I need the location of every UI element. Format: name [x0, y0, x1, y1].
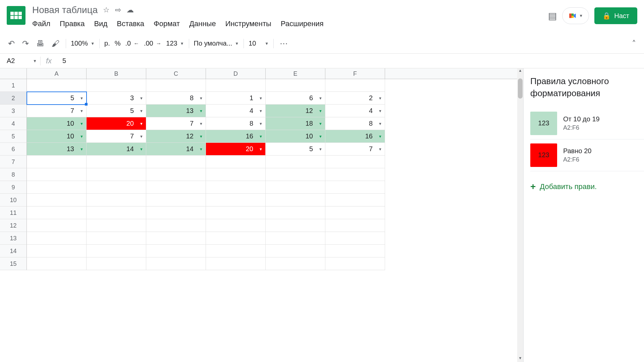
increase-decimal-button[interactable]: .00→ [144, 40, 161, 47]
cell[interactable]: 13▼ [146, 105, 206, 117]
cell-dropdown-icon[interactable]: ▼ [80, 134, 84, 138]
cell[interactable] [27, 232, 87, 245]
cell-dropdown-icon[interactable]: ▼ [80, 96, 84, 100]
cell-dropdown-icon[interactable]: ▼ [80, 109, 84, 113]
cell[interactable]: 8▼ [325, 117, 385, 130]
row-header[interactable]: 3 [0, 105, 27, 117]
row-header[interactable]: 2 [0, 92, 27, 105]
cell[interactable] [266, 232, 325, 245]
cell[interactable] [27, 206, 87, 219]
paint-format-icon[interactable]: 🖌 [50, 38, 61, 50]
decrease-decimal-button[interactable]: .0← [125, 40, 139, 47]
cell[interactable] [266, 79, 325, 92]
cell[interactable] [266, 181, 325, 194]
cell[interactable] [266, 168, 325, 181]
menu-данные[interactable]: Данные [189, 19, 216, 28]
cell-dropdown-icon[interactable]: ▼ [378, 96, 382, 100]
cell[interactable]: 1▼ [206, 92, 266, 105]
redo-icon[interactable]: ↷ [21, 38, 30, 50]
add-rule-button[interactable]: + Добавить прави. [530, 181, 644, 192]
cell[interactable]: 7▼ [146, 117, 206, 130]
cell-dropdown-icon[interactable]: ▼ [319, 109, 322, 113]
formula-input[interactable]: 5 [57, 57, 644, 65]
print-icon[interactable]: 🖶 [35, 38, 46, 50]
row-header[interactable]: 7 [0, 156, 27, 168]
cell[interactable]: 5▼ [87, 105, 146, 117]
column-header[interactable]: E [266, 68, 325, 79]
cloud-icon[interactable]: ☁ [126, 6, 134, 14]
cell-dropdown-icon[interactable]: ▼ [378, 109, 382, 113]
row-header[interactable]: 12 [0, 219, 27, 232]
cell[interactable] [325, 79, 385, 92]
row-header[interactable]: 14 [0, 245, 27, 257]
cell-dropdown-icon[interactable]: ▼ [378, 147, 382, 151]
font-dropdown[interactable]: По умолча...▼ [194, 40, 239, 47]
format-rule[interactable]: 123Равно 20A2:F6 [530, 139, 644, 171]
fill-handle[interactable] [85, 103, 88, 106]
cell[interactable]: 5▼ [266, 143, 325, 156]
cell[interactable] [87, 168, 146, 181]
cell[interactable] [266, 245, 325, 257]
row-header[interactable]: 8 [0, 168, 27, 181]
cell[interactable]: 14▼ [146, 143, 206, 156]
meet-button[interactable]: ▼ [562, 7, 589, 24]
undo-icon[interactable]: ↶ [7, 38, 16, 50]
cell[interactable] [27, 168, 87, 181]
cell[interactable] [266, 194, 325, 206]
cell[interactable] [266, 219, 325, 232]
cell[interactable] [87, 232, 146, 245]
cell[interactable]: 3▼ [87, 92, 146, 105]
format-rule[interactable]: 123От 10 до 19A2:F6 [530, 108, 644, 139]
cell[interactable] [206, 79, 266, 92]
cell[interactable] [266, 156, 325, 168]
collapse-toolbar-icon[interactable]: ˄ [631, 38, 637, 50]
cell[interactable] [146, 194, 206, 206]
cell-dropdown-icon[interactable]: ▼ [80, 122, 84, 126]
cell[interactable] [27, 245, 87, 257]
cell[interactable]: 20▼ [206, 143, 266, 156]
menu-вид[interactable]: Вид [94, 19, 107, 28]
cell[interactable] [206, 219, 266, 232]
zoom-dropdown[interactable]: 100%▼ [71, 40, 95, 47]
cell[interactable] [325, 168, 385, 181]
cell[interactable] [87, 245, 146, 257]
cell[interactable]: 7▼ [87, 130, 146, 143]
cell-dropdown-icon[interactable]: ▼ [199, 122, 203, 126]
row-header[interactable]: 11 [0, 206, 27, 219]
cell[interactable]: 8▼ [146, 92, 206, 105]
cell[interactable] [87, 156, 146, 168]
cell[interactable] [146, 168, 206, 181]
cell-dropdown-icon[interactable]: ▼ [140, 96, 143, 100]
cell[interactable] [87, 79, 146, 92]
cell[interactable] [206, 206, 266, 219]
cell[interactable] [206, 257, 266, 270]
menu-правка[interactable]: Правка [60, 19, 85, 28]
row-header[interactable]: 13 [0, 232, 27, 245]
cell[interactable]: 13▼ [27, 143, 87, 156]
name-box[interactable]: A2▼ [0, 57, 40, 65]
column-header[interactable]: F [325, 68, 385, 79]
cell[interactable] [87, 181, 146, 194]
cell[interactable] [206, 245, 266, 257]
cell[interactable] [87, 219, 146, 232]
cell[interactable] [146, 232, 206, 245]
cell-dropdown-icon[interactable]: ▼ [80, 147, 84, 151]
cell[interactable] [206, 232, 266, 245]
cell-dropdown-icon[interactable]: ▼ [319, 134, 322, 138]
cell[interactable]: 7▼ [27, 105, 87, 117]
row-header[interactable]: 15 [0, 257, 27, 270]
cell[interactable] [87, 194, 146, 206]
cell[interactable] [27, 194, 87, 206]
cell[interactable]: 4▼ [325, 105, 385, 117]
menu-вставка[interactable]: Вставка [117, 19, 144, 28]
cell[interactable] [146, 257, 206, 270]
cell[interactable] [206, 181, 266, 194]
menu-файл[interactable]: Файл [32, 19, 50, 28]
cell[interactable]: 18▼ [266, 117, 325, 130]
cell-dropdown-icon[interactable]: ▼ [199, 96, 203, 100]
cell-dropdown-icon[interactable]: ▼ [378, 134, 382, 138]
cell[interactable] [87, 257, 146, 270]
cell[interactable] [206, 168, 266, 181]
cell[interactable] [27, 79, 87, 92]
cell-dropdown-icon[interactable]: ▼ [259, 122, 263, 126]
